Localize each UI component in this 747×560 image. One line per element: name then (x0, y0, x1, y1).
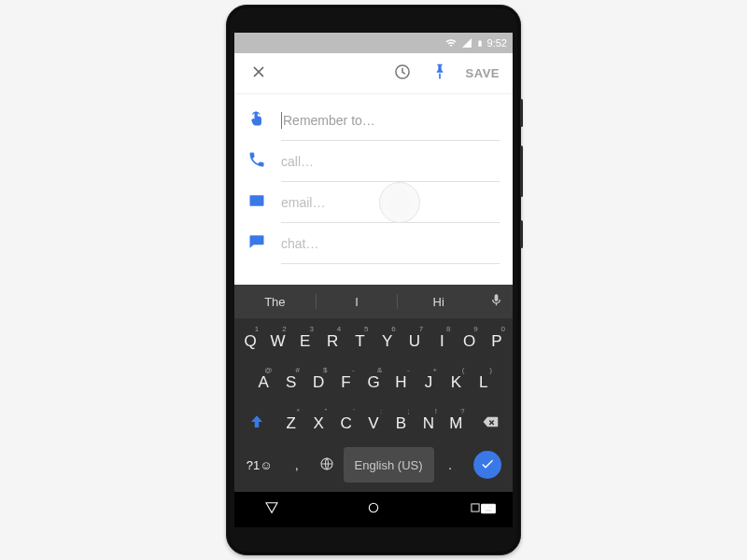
shift-icon (248, 413, 265, 435)
svg-rect-6 (486, 506, 486, 507)
key-w[interactable]: W2 (265, 324, 289, 359)
svg-rect-5 (484, 506, 485, 507)
key-q[interactable]: Q1 (238, 324, 262, 359)
clock-icon (393, 63, 412, 85)
close-icon (249, 63, 268, 85)
key-hint: 0 (501, 325, 505, 333)
key-m[interactable]: M? (444, 406, 468, 441)
status-time: 9:52 (487, 37, 507, 49)
key-n[interactable]: N! (416, 406, 441, 441)
key-hint: - (407, 366, 410, 374)
key-hint: ( (462, 366, 465, 374)
svg-rect-9 (485, 510, 492, 511)
reminder-row-email[interactable]: email… (234, 182, 513, 223)
check-icon (480, 456, 495, 474)
backspace-key[interactable] (471, 406, 509, 441)
key-hint: 8 (446, 325, 450, 333)
save-button[interactable]: SAVE (462, 66, 503, 80)
key-hint: 6 (391, 325, 395, 333)
key-d[interactable]: D$ (306, 365, 331, 400)
keyboard-icon (481, 501, 496, 518)
key-s[interactable]: S# (278, 365, 303, 400)
spacebar[interactable]: English (US) (344, 447, 434, 483)
key-k[interactable]: K( (444, 365, 468, 400)
key-h[interactable]: H- (388, 365, 413, 400)
key-hint: * (297, 407, 300, 415)
phone-frame: 9:52 SAVE Remember (226, 5, 521, 555)
key-l[interactable]: L) (472, 365, 496, 400)
nav-back-button[interactable] (253, 496, 290, 524)
reminder-placeholder: Remember to… (283, 113, 375, 128)
key-b[interactable]: B; (388, 406, 413, 441)
touch-icon (247, 109, 266, 132)
key-hint: ! (435, 407, 437, 415)
key-hint: 2 (282, 325, 286, 333)
key-hint: 7 (419, 325, 423, 333)
comma-key[interactable]: , (283, 447, 310, 483)
navigation-bar (234, 492, 513, 527)
back-icon (264, 500, 279, 519)
key-hint: + (432, 366, 437, 374)
close-button[interactable] (244, 59, 274, 89)
symbols-key[interactable]: ?1☺ (238, 447, 280, 483)
reminder-row-call[interactable]: call… (234, 141, 513, 182)
key-g[interactable]: G& (361, 365, 386, 400)
svg-point-2 (369, 503, 377, 511)
key-z[interactable]: Z* (279, 406, 303, 441)
key-u[interactable]: U7 (402, 324, 427, 359)
enter-key[interactable] (467, 447, 509, 483)
keyboard: Q1W2E3R4T5Y6U7I8O9P0 A@S#D$F‑G&H-J+K(L) … (234, 318, 513, 492)
key-o[interactable]: O9 (457, 324, 481, 359)
key-hint: " (325, 407, 328, 415)
key-c[interactable]: C' (333, 406, 358, 441)
key-x[interactable]: X" (306, 406, 331, 441)
key-hint: 1 (255, 325, 259, 333)
key-i[interactable]: I8 (430, 324, 454, 359)
key-hint: # (295, 366, 299, 374)
svg-rect-4 (482, 504, 496, 512)
prediction-chip[interactable]: I (317, 285, 398, 318)
toolbar: SAVE (234, 53, 513, 94)
pin-icon (430, 63, 449, 85)
prediction-chip[interactable]: The (234, 285, 316, 318)
key-hint: ' (353, 407, 355, 415)
key-hint: 5 (364, 325, 368, 333)
reminder-type-list: Remember to… call… email… (234, 94, 513, 270)
key-j[interactable]: J+ (416, 365, 441, 400)
battery-icon (476, 37, 484, 49)
language-key[interactable] (313, 447, 340, 483)
key-p[interactable]: P0 (485, 324, 509, 359)
shift-key[interactable] (238, 406, 276, 441)
key-e[interactable]: E3 (293, 324, 317, 359)
voice-input-button[interactable] (479, 293, 513, 310)
key-hint: : (380, 407, 382, 415)
key-a[interactable]: A@ (251, 365, 275, 400)
chat-icon (247, 232, 266, 255)
key-hint: 4 (337, 325, 341, 333)
key-hint: @ (264, 366, 272, 374)
signal-icon (461, 37, 472, 49)
key-v[interactable]: V: (361, 406, 386, 441)
key-y[interactable]: Y6 (375, 324, 400, 359)
svg-rect-8 (491, 506, 492, 507)
reminder-row-remember[interactable]: Remember to… (234, 100, 513, 141)
reminder-row-chat[interactable]: chat… (234, 223, 513, 264)
key-hint: ‑ (352, 366, 355, 374)
key-r[interactable]: R4 (320, 324, 345, 359)
phone-icon (247, 150, 266, 173)
prediction-chip[interactable]: Hi (398, 285, 479, 318)
key-f[interactable]: F‑ (333, 365, 358, 400)
nav-ime-button[interactable] (470, 496, 507, 524)
phone-side-button (520, 99, 523, 127)
nav-home-button[interactable] (355, 496, 392, 524)
home-icon (366, 500, 381, 519)
key-t[interactable]: T5 (347, 324, 372, 359)
time-reminder-button[interactable] (388, 59, 417, 89)
period-key[interactable]: . (437, 447, 464, 483)
backspace-icon (482, 413, 499, 435)
keyboard-area: The I Hi Q1W2E3R4T5Y6U7I8O9P0 A@S#D$F‑G&… (234, 285, 513, 527)
pin-button[interactable] (425, 59, 455, 89)
email-icon (247, 191, 266, 214)
key-hint: ) (489, 366, 492, 374)
wifi-icon (444, 37, 458, 49)
